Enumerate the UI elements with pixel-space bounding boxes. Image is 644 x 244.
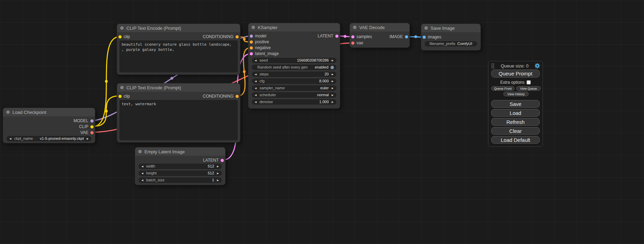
collapse-dot-icon[interactable] xyxy=(120,26,124,30)
queue-prompt-button[interactable]: Queue Prompt xyxy=(491,70,540,78)
node-title-bar[interactable]: Empty Latent Image xyxy=(135,147,225,156)
decrement-arrow-icon[interactable]: ◀ xyxy=(141,164,144,169)
node-title-bar[interactable]: Load Checkpoint xyxy=(3,108,95,116)
latent-output-port[interactable] xyxy=(335,35,338,38)
load-button[interactable]: Load xyxy=(491,109,540,117)
decrement-arrow-icon[interactable]: ◀ xyxy=(9,136,12,141)
collapse-dot-icon[interactable] xyxy=(424,26,428,30)
decrement-arrow-icon[interactable]: ◀ xyxy=(254,86,257,90)
decrement-arrow-icon[interactable]: ◀ xyxy=(141,171,144,175)
image-output-port[interactable] xyxy=(405,35,408,38)
save-button[interactable]: Save xyxy=(491,100,540,108)
increment-arrow-icon[interactable]: ▶ xyxy=(331,100,334,104)
extra-options-label: Extra options xyxy=(500,80,524,85)
queue-front-button[interactable]: Queue Front xyxy=(491,86,514,91)
denoise-widget[interactable]: ◀ denoise 1.000 ▶ xyxy=(252,99,336,105)
drag-handle-icon[interactable] xyxy=(491,63,495,69)
node-save-image[interactable]: Save Image images filename_prefix ComfyU… xyxy=(421,24,481,51)
node-title-bar[interactable]: Save Image xyxy=(421,24,480,32)
filename-prefix-widget[interactable]: filename_prefix ComfyUI xyxy=(425,41,477,46)
node-title: Save Image xyxy=(431,26,455,31)
sampler-name-widget[interactable]: ◀ sampler_name euler ▶ xyxy=(252,85,336,91)
port-row: clip CONDITIONING xyxy=(117,93,240,99)
collapse-dot-icon[interactable] xyxy=(6,110,10,114)
collapse-dot-icon[interactable] xyxy=(353,26,356,29)
batch-size-widget[interactable]: ◀ batch_size 1 ▶ xyxy=(139,178,222,183)
node-empty-latent-image[interactable]: Empty Latent Image LATENT ◀ width 512 ▶ … xyxy=(135,147,226,185)
negative-input-port[interactable] xyxy=(250,46,253,49)
conditioning-output-port[interactable] xyxy=(236,95,239,98)
increment-arrow-icon[interactable]: ▶ xyxy=(216,178,220,182)
port-row: latent_image xyxy=(248,51,340,57)
increment-arrow-icon[interactable]: ▶ xyxy=(331,58,334,63)
prompt-textarea[interactable]: beautiful scenery nature glass bottle la… xyxy=(120,40,238,72)
decrement-arrow-icon[interactable]: ◀ xyxy=(254,58,257,63)
refresh-button[interactable]: Refresh xyxy=(491,118,540,126)
cfg-widget[interactable]: ◀ cfg 8.000 ▶ xyxy=(252,79,336,84)
scheduler-widget[interactable]: ◀ scheduler normal ▶ xyxy=(252,92,336,98)
node-title-bar[interactable]: KSampler xyxy=(248,23,340,31)
node-clip-text-encode-negative[interactable]: CLIP Text Encode (Prompt) clip CONDITION… xyxy=(117,83,240,143)
node-title: Load Checkpoint xyxy=(12,110,46,115)
increment-arrow-icon[interactable]: ▶ xyxy=(331,86,334,90)
vae-output-port[interactable] xyxy=(90,131,94,134)
node-title: VAE Decode xyxy=(359,25,385,30)
node-title-bar[interactable]: CLIP Text Encode (Prompt) xyxy=(117,24,240,32)
settings-gear-icon[interactable] xyxy=(535,63,540,69)
node-load-checkpoint[interactable]: Load Checkpoint MODEL CLIP VAE ◀ ckpt_na… xyxy=(3,108,95,143)
wire-midpoint-dot xyxy=(243,70,246,73)
conditioning-output-port[interactable] xyxy=(236,35,239,38)
random-seed-toggle-widget[interactable]: Random seed after every gen enabled xyxy=(252,65,336,70)
increment-arrow-icon[interactable]: ▶ xyxy=(331,79,334,83)
steps-widget[interactable]: ◀ steps 20 ▶ xyxy=(252,72,336,77)
load-default-button[interactable]: Load Default xyxy=(491,136,540,144)
port-row: model LATENT xyxy=(248,33,340,39)
samples-input-port[interactable] xyxy=(351,35,354,38)
view-queue-button[interactable]: View Queue xyxy=(516,86,541,91)
prompt-textarea[interactable]: text, watermark xyxy=(120,100,238,140)
view-history-button[interactable]: View History xyxy=(503,92,529,96)
decrement-arrow-icon[interactable]: ◀ xyxy=(254,100,257,104)
model-output-port[interactable] xyxy=(90,119,94,123)
clip-output-port[interactable] xyxy=(90,125,94,128)
increment-arrow-icon[interactable]: ▶ xyxy=(216,164,220,169)
collapse-dot-icon[interactable] xyxy=(252,26,255,29)
height-widget[interactable]: ◀ height 512 ▶ xyxy=(139,171,222,176)
latent-image-input-port[interactable] xyxy=(250,52,253,55)
node-ksampler[interactable]: KSampler model LATENT positive negative … xyxy=(248,23,340,109)
clip-input-port[interactable] xyxy=(118,35,122,38)
toggle-on-icon[interactable] xyxy=(330,66,334,69)
model-input-port[interactable] xyxy=(250,35,253,38)
width-widget[interactable]: ◀ width 512 ▶ xyxy=(139,164,222,169)
collapse-dot-icon[interactable] xyxy=(138,150,142,153)
widget-value: 1.000 xyxy=(319,100,329,104)
seed-widget[interactable]: ◀ seed 156680208700286 ▶ xyxy=(252,58,336,63)
decrement-arrow-icon[interactable]: ◀ xyxy=(254,72,257,76)
images-input-label: images xyxy=(428,35,441,40)
comfyui-canvas[interactable]: { "colors": { "model": "#b39ddb", "clip"… xyxy=(0,0,644,244)
node-clip-text-encode-positive[interactable]: CLIP Text Encode (Prompt) clip CONDITION… xyxy=(117,24,240,75)
decrement-arrow-icon[interactable]: ◀ xyxy=(141,178,144,182)
node-title-bar[interactable]: VAE Decode xyxy=(350,23,409,31)
clear-button[interactable]: Clear xyxy=(491,127,540,135)
positive-input-port[interactable] xyxy=(250,40,253,44)
samples-input-label: samples xyxy=(356,34,372,39)
images-input-port[interactable] xyxy=(423,36,426,39)
clip-input-port[interactable] xyxy=(118,95,122,98)
ckpt-name-widget[interactable]: ◀ ckpt_name v1-5-pruned-emaonly.ckpt ▶ xyxy=(7,136,91,141)
increment-arrow-icon[interactable]: ▶ xyxy=(216,171,220,175)
collapse-dot-icon[interactable] xyxy=(120,86,124,89)
port-row: vae xyxy=(350,40,409,46)
increment-arrow-icon[interactable]: ▶ xyxy=(331,72,334,76)
latent-output-port[interactable] xyxy=(221,159,224,162)
increment-arrow-icon[interactable]: ▶ xyxy=(86,136,89,141)
vae-input-label: vae xyxy=(356,40,363,46)
decrement-arrow-icon[interactable]: ◀ xyxy=(254,93,257,97)
node-title: Empty Latent Image xyxy=(144,149,185,154)
extra-options-checkbox[interactable] xyxy=(527,80,531,84)
vae-input-port[interactable] xyxy=(351,42,354,45)
increment-arrow-icon[interactable]: ▶ xyxy=(331,93,334,97)
node-title-bar[interactable]: CLIP Text Encode (Prompt) xyxy=(117,83,240,92)
decrement-arrow-icon[interactable]: ◀ xyxy=(254,79,257,83)
node-vae-decode[interactable]: VAE Decode samples IMAGE vae xyxy=(350,23,410,48)
